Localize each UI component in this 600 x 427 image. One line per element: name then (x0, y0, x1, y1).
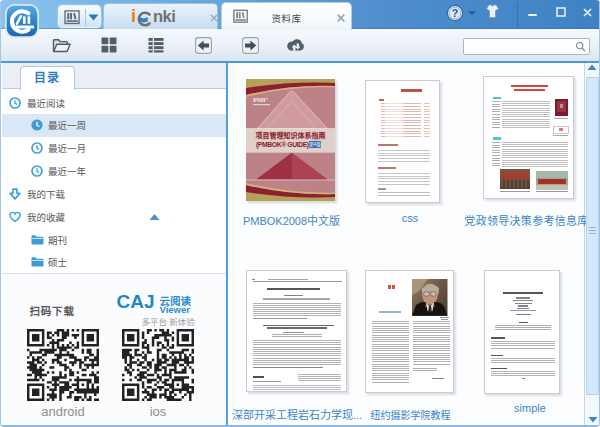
svg-text:PMI’: PMI’ (253, 96, 268, 103)
svg-text:?: ? (452, 7, 458, 19)
